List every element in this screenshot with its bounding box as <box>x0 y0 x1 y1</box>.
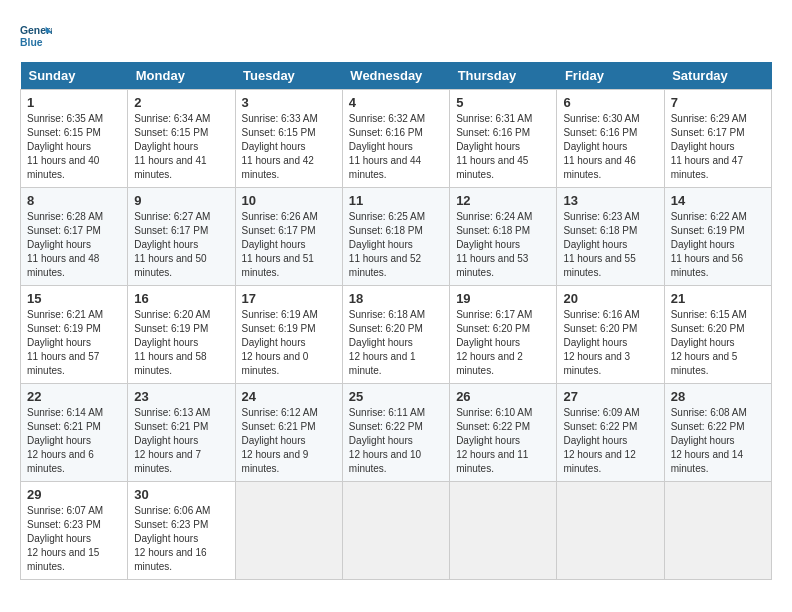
day-info: Sunrise: 6:13 AM Sunset: 6:21 PM Dayligh… <box>134 406 228 476</box>
day-number: 21 <box>671 291 765 306</box>
day-number: 12 <box>456 193 550 208</box>
calendar-table: SundayMondayTuesdayWednesdayThursdayFrid… <box>20 62 772 580</box>
day-info: Sunrise: 6:14 AM Sunset: 6:21 PM Dayligh… <box>27 406 121 476</box>
day-cell: 18 Sunrise: 6:18 AM Sunset: 6:20 PM Dayl… <box>342 286 449 384</box>
day-info: Sunrise: 6:06 AM Sunset: 6:23 PM Dayligh… <box>134 504 228 574</box>
day-number: 17 <box>242 291 336 306</box>
day-cell <box>342 482 449 580</box>
day-number: 4 <box>349 95 443 110</box>
day-cell: 20 Sunrise: 6:16 AM Sunset: 6:20 PM Dayl… <box>557 286 664 384</box>
day-info: Sunrise: 6:33 AM Sunset: 6:15 PM Dayligh… <box>242 112 336 182</box>
day-cell: 22 Sunrise: 6:14 AM Sunset: 6:21 PM Dayl… <box>21 384 128 482</box>
day-info: Sunrise: 6:19 AM Sunset: 6:19 PM Dayligh… <box>242 308 336 378</box>
day-info: Sunrise: 6:17 AM Sunset: 6:20 PM Dayligh… <box>456 308 550 378</box>
day-info: Sunrise: 6:09 AM Sunset: 6:22 PM Dayligh… <box>563 406 657 476</box>
day-cell: 19 Sunrise: 6:17 AM Sunset: 6:20 PM Dayl… <box>450 286 557 384</box>
day-number: 16 <box>134 291 228 306</box>
day-info: Sunrise: 6:26 AM Sunset: 6:17 PM Dayligh… <box>242 210 336 280</box>
day-info: Sunrise: 6:15 AM Sunset: 6:20 PM Dayligh… <box>671 308 765 378</box>
day-number: 10 <box>242 193 336 208</box>
day-number: 13 <box>563 193 657 208</box>
day-info: Sunrise: 6:34 AM Sunset: 6:15 PM Dayligh… <box>134 112 228 182</box>
week-row-5: 29 Sunrise: 6:07 AM Sunset: 6:23 PM Dayl… <box>21 482 772 580</box>
day-number: 27 <box>563 389 657 404</box>
day-number: 6 <box>563 95 657 110</box>
day-cell: 12 Sunrise: 6:24 AM Sunset: 6:18 PM Dayl… <box>450 188 557 286</box>
day-info: Sunrise: 6:30 AM Sunset: 6:16 PM Dayligh… <box>563 112 657 182</box>
col-header-monday: Monday <box>128 62 235 90</box>
day-info: Sunrise: 6:16 AM Sunset: 6:20 PM Dayligh… <box>563 308 657 378</box>
day-info: Sunrise: 6:20 AM Sunset: 6:19 PM Dayligh… <box>134 308 228 378</box>
day-cell: 13 Sunrise: 6:23 AM Sunset: 6:18 PM Dayl… <box>557 188 664 286</box>
day-number: 14 <box>671 193 765 208</box>
day-cell: 25 Sunrise: 6:11 AM Sunset: 6:22 PM Dayl… <box>342 384 449 482</box>
day-cell: 15 Sunrise: 6:21 AM Sunset: 6:19 PM Dayl… <box>21 286 128 384</box>
day-cell: 28 Sunrise: 6:08 AM Sunset: 6:22 PM Dayl… <box>664 384 771 482</box>
day-cell: 30 Sunrise: 6:06 AM Sunset: 6:23 PM Dayl… <box>128 482 235 580</box>
day-info: Sunrise: 6:11 AM Sunset: 6:22 PM Dayligh… <box>349 406 443 476</box>
day-cell: 1 Sunrise: 6:35 AM Sunset: 6:15 PM Dayli… <box>21 90 128 188</box>
day-cell: 3 Sunrise: 6:33 AM Sunset: 6:15 PM Dayli… <box>235 90 342 188</box>
col-header-saturday: Saturday <box>664 62 771 90</box>
day-cell: 2 Sunrise: 6:34 AM Sunset: 6:15 PM Dayli… <box>128 90 235 188</box>
day-cell <box>557 482 664 580</box>
col-header-friday: Friday <box>557 62 664 90</box>
day-cell: 21 Sunrise: 6:15 AM Sunset: 6:20 PM Dayl… <box>664 286 771 384</box>
day-info: Sunrise: 6:10 AM Sunset: 6:22 PM Dayligh… <box>456 406 550 476</box>
day-cell <box>235 482 342 580</box>
day-number: 18 <box>349 291 443 306</box>
day-info: Sunrise: 6:32 AM Sunset: 6:16 PM Dayligh… <box>349 112 443 182</box>
day-cell: 6 Sunrise: 6:30 AM Sunset: 6:16 PM Dayli… <box>557 90 664 188</box>
day-cell: 14 Sunrise: 6:22 AM Sunset: 6:19 PM Dayl… <box>664 188 771 286</box>
day-info: Sunrise: 6:21 AM Sunset: 6:19 PM Dayligh… <box>27 308 121 378</box>
logo-icon: General Blue <box>20 20 52 52</box>
day-number: 1 <box>27 95 121 110</box>
day-cell: 7 Sunrise: 6:29 AM Sunset: 6:17 PM Dayli… <box>664 90 771 188</box>
day-cell <box>664 482 771 580</box>
day-number: 11 <box>349 193 443 208</box>
day-number: 20 <box>563 291 657 306</box>
week-row-2: 8 Sunrise: 6:28 AM Sunset: 6:17 PM Dayli… <box>21 188 772 286</box>
day-info: Sunrise: 6:29 AM Sunset: 6:17 PM Dayligh… <box>671 112 765 182</box>
day-info: Sunrise: 6:18 AM Sunset: 6:20 PM Dayligh… <box>349 308 443 378</box>
day-cell: 5 Sunrise: 6:31 AM Sunset: 6:16 PM Dayli… <box>450 90 557 188</box>
day-number: 5 <box>456 95 550 110</box>
col-header-tuesday: Tuesday <box>235 62 342 90</box>
col-header-sunday: Sunday <box>21 62 128 90</box>
week-row-3: 15 Sunrise: 6:21 AM Sunset: 6:19 PM Dayl… <box>21 286 772 384</box>
col-header-wednesday: Wednesday <box>342 62 449 90</box>
day-cell: 27 Sunrise: 6:09 AM Sunset: 6:22 PM Dayl… <box>557 384 664 482</box>
day-number: 26 <box>456 389 550 404</box>
day-number: 22 <box>27 389 121 404</box>
day-number: 28 <box>671 389 765 404</box>
day-cell: 8 Sunrise: 6:28 AM Sunset: 6:17 PM Dayli… <box>21 188 128 286</box>
day-info: Sunrise: 6:25 AM Sunset: 6:18 PM Dayligh… <box>349 210 443 280</box>
day-cell: 17 Sunrise: 6:19 AM Sunset: 6:19 PM Dayl… <box>235 286 342 384</box>
day-info: Sunrise: 6:31 AM Sunset: 6:16 PM Dayligh… <box>456 112 550 182</box>
day-cell: 9 Sunrise: 6:27 AM Sunset: 6:17 PM Dayli… <box>128 188 235 286</box>
day-number: 15 <box>27 291 121 306</box>
day-number: 2 <box>134 95 228 110</box>
week-row-1: 1 Sunrise: 6:35 AM Sunset: 6:15 PM Dayli… <box>21 90 772 188</box>
day-number: 8 <box>27 193 121 208</box>
day-cell: 10 Sunrise: 6:26 AM Sunset: 6:17 PM Dayl… <box>235 188 342 286</box>
day-cell: 11 Sunrise: 6:25 AM Sunset: 6:18 PM Dayl… <box>342 188 449 286</box>
day-number: 29 <box>27 487 121 502</box>
col-header-thursday: Thursday <box>450 62 557 90</box>
day-info: Sunrise: 6:24 AM Sunset: 6:18 PM Dayligh… <box>456 210 550 280</box>
day-cell: 24 Sunrise: 6:12 AM Sunset: 6:21 PM Dayl… <box>235 384 342 482</box>
day-number: 24 <box>242 389 336 404</box>
logo: General Blue <box>20 20 52 52</box>
day-info: Sunrise: 6:07 AM Sunset: 6:23 PM Dayligh… <box>27 504 121 574</box>
day-info: Sunrise: 6:28 AM Sunset: 6:17 PM Dayligh… <box>27 210 121 280</box>
day-number: 9 <box>134 193 228 208</box>
day-cell <box>450 482 557 580</box>
day-cell: 4 Sunrise: 6:32 AM Sunset: 6:16 PM Dayli… <box>342 90 449 188</box>
day-cell: 29 Sunrise: 6:07 AM Sunset: 6:23 PM Dayl… <box>21 482 128 580</box>
day-cell: 16 Sunrise: 6:20 AM Sunset: 6:19 PM Dayl… <box>128 286 235 384</box>
day-info: Sunrise: 6:22 AM Sunset: 6:19 PM Dayligh… <box>671 210 765 280</box>
day-number: 7 <box>671 95 765 110</box>
day-number: 30 <box>134 487 228 502</box>
day-info: Sunrise: 6:23 AM Sunset: 6:18 PM Dayligh… <box>563 210 657 280</box>
day-number: 23 <box>134 389 228 404</box>
